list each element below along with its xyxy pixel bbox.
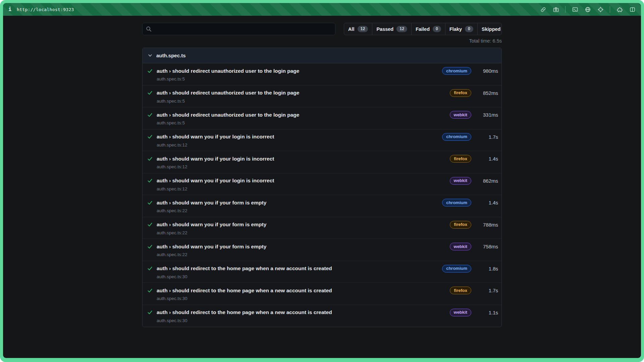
browser-badge-chromium[interactable]: chromium: [442, 67, 471, 75]
test-duration: 1.8s: [475, 266, 498, 272]
test-duration: 852ms: [475, 90, 498, 96]
filter-tab-failed[interactable]: Failed 0: [411, 23, 445, 35]
check-icon: [147, 156, 153, 162]
search-icon: [146, 26, 152, 32]
check-icon: [147, 90, 153, 96]
test-row[interactable]: auth › should warn you if your login is …: [143, 151, 501, 173]
test-duration: 331ms: [475, 112, 498, 118]
test-title: auth › should warn you if your form is e…: [157, 244, 266, 250]
filter-tab-label: Passed: [376, 26, 393, 32]
filter-tab-count-badge: 12: [396, 26, 407, 32]
test-row[interactable]: auth › should redirect to the home page …: [143, 305, 501, 327]
test-row[interactable]: auth › should warn you if your login is …: [143, 129, 501, 152]
test-location: auth.spec.ts:12: [157, 164, 498, 169]
filter-tab-all[interactable]: All 12: [344, 23, 372, 35]
browser-titlebar: i http://localhost:9323: [3, 3, 641, 16]
check-icon: [147, 309, 153, 315]
filter-tab-skipped[interactable]: Skipped 0: [477, 23, 502, 35]
browser-badge-chromium[interactable]: chromium: [442, 199, 471, 206]
test-title: auth › should warn you if your login is …: [157, 156, 274, 162]
report-page: All 12 Passed 12 Failed 0 Flaky 0 Skippe…: [3, 16, 641, 358]
test-title: auth › should warn you if your form is e…: [157, 200, 266, 206]
test-row[interactable]: auth › should redirect unauthorized user…: [143, 85, 501, 108]
split-view-icon[interactable]: [629, 6, 636, 13]
check-icon: [147, 222, 153, 228]
filter-tab-label: All: [348, 26, 355, 32]
test-row[interactable]: auth › should warn you if your form is e…: [143, 239, 501, 261]
browser-badge-firefox[interactable]: firefox: [450, 89, 471, 97]
test-location: auth.spec.ts:30: [157, 296, 498, 301]
chevron-down-icon: [148, 53, 153, 58]
test-duration: 862ms: [475, 178, 498, 184]
test-row[interactable]: auth › should warn you if your login is …: [143, 173, 501, 195]
browser-badge-firefox[interactable]: firefox: [450, 221, 471, 229]
browser-badge-chromium[interactable]: chromium: [442, 133, 471, 141]
controls-row: All 12 Passed 12 Failed 0 Flaky 0 Skippe…: [142, 23, 502, 35]
check-icon: [147, 288, 153, 294]
test-duration: 1.4s: [475, 156, 498, 162]
test-row[interactable]: auth › should warn you if your form is e…: [143, 217, 501, 239]
test-location: auth.spec.ts:30: [157, 318, 498, 323]
test-duration: 1.4s: [475, 200, 498, 205]
browser-badge-chromium[interactable]: chromium: [442, 265, 471, 273]
check-icon: [147, 68, 153, 74]
test-title: auth › should redirect to the home page …: [157, 309, 332, 315]
test-location: auth.spec.ts:5: [157, 120, 498, 125]
test-title: auth › should warn you if your login is …: [157, 178, 274, 184]
check-icon: [147, 178, 153, 184]
test-title: auth › should warn you if your login is …: [157, 134, 274, 140]
toolbar-divider: [565, 6, 566, 13]
globe-icon[interactable]: [584, 6, 591, 13]
test-title: auth › should redirect unauthorized user…: [157, 68, 299, 74]
test-location: auth.spec.ts:22: [157, 252, 498, 257]
filter-tab-count-badge: 12: [358, 26, 368, 32]
test-title: auth › should redirect to the home page …: [157, 265, 332, 272]
test-row[interactable]: auth › should redirect to the home page …: [143, 283, 501, 305]
test-title: auth › should warn you if your form is e…: [157, 222, 266, 228]
report-column: All 12 Passed 12 Failed 0 Flaky 0 Skippe…: [142, 23, 502, 327]
puzzle-icon[interactable]: [616, 6, 623, 13]
browser-badge-firefox[interactable]: firefox: [450, 287, 471, 294]
camera-icon[interactable]: [552, 6, 559, 13]
file-group-header[interactable]: auth.spec.ts: [143, 48, 501, 63]
check-icon: [147, 112, 153, 118]
crosshair-icon[interactable]: [597, 6, 604, 13]
filter-tab-flaky[interactable]: Flaky 0: [445, 23, 477, 35]
test-row[interactable]: auth › should redirect unauthorized user…: [143, 107, 501, 129]
file-group: auth.spec.ts auth › should redirect unau…: [142, 48, 502, 327]
search-input[interactable]: [154, 26, 332, 32]
address-url: http://localhost:9323: [17, 7, 74, 12]
search-box[interactable]: [142, 23, 335, 35]
test-duration: 980ms: [475, 68, 498, 74]
browser-badge-firefox[interactable]: firefox: [450, 155, 471, 163]
test-row[interactable]: auth › should warn you if your form is e…: [143, 195, 501, 217]
file-group-name: auth.spec.ts: [156, 53, 186, 58]
test-location: auth.spec.ts:12: [157, 186, 498, 191]
check-icon: [147, 134, 153, 140]
check-icon: [147, 200, 153, 206]
browser-window: i http://localhost:9323 All 12 Passed 12…: [0, 0, 644, 362]
filter-tab-count-badge: 0: [433, 26, 441, 32]
test-duration: 758ms: [475, 244, 498, 249]
toolbar-divider: [610, 6, 610, 13]
test-duration: 1.1s: [475, 310, 498, 315]
titlebar-toolbar: [540, 6, 636, 13]
test-row[interactable]: auth › should redirect unauthorized user…: [143, 63, 501, 85]
filter-tab-passed[interactable]: Passed 12: [372, 23, 411, 35]
browser-badge-webkit[interactable]: webkit: [450, 309, 471, 316]
test-list: auth › should redirect unauthorized user…: [143, 63, 501, 327]
info-icon: i: [8, 6, 11, 12]
check-icon: [147, 244, 153, 250]
filter-tab-label: Failed: [416, 26, 430, 32]
test-duration: 788ms: [475, 222, 498, 228]
test-row[interactable]: auth › should redirect to the home page …: [143, 261, 501, 283]
test-title: auth › should redirect unauthorized user…: [157, 90, 299, 96]
link-icon[interactable]: [540, 6, 546, 13]
browser-badge-webkit[interactable]: webkit: [450, 177, 471, 185]
browser-badge-webkit[interactable]: webkit: [450, 243, 471, 250]
filter-tab-count-badge: 0: [465, 26, 473, 32]
browser-badge-webkit[interactable]: webkit: [450, 111, 471, 119]
terminal-icon[interactable]: [572, 6, 578, 13]
filter-tab-label: Skipped: [482, 26, 500, 32]
filter-tab-label: Flaky: [449, 26, 462, 32]
